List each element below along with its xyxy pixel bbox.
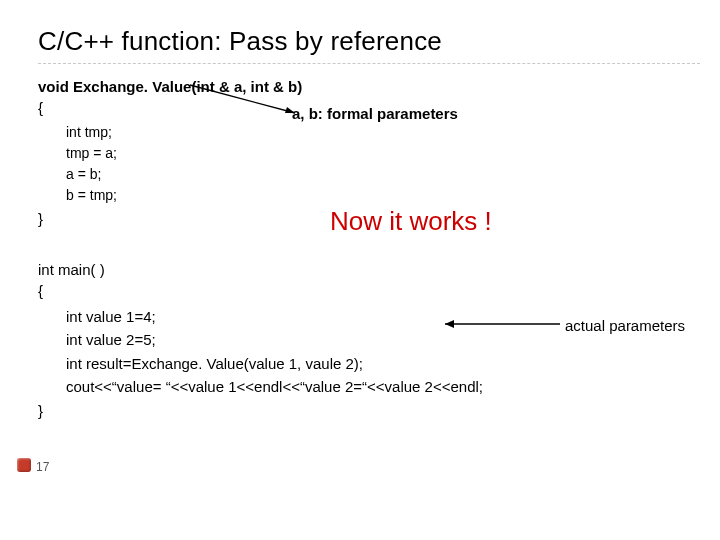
page-number: 17 (36, 460, 49, 474)
code-line: b = tmp; (66, 185, 700, 206)
code-line: cout<<“value= “<<value 1<<endl<<“value 2… (66, 375, 700, 398)
code-line: int tmp; (66, 122, 700, 143)
main-close-brace: } (38, 402, 700, 419)
main-signature: int main( ) (38, 261, 700, 278)
code-line: tmp = a; (66, 143, 700, 164)
code-line: a = b; (66, 164, 700, 185)
actual-parameters-label: actual parameters (565, 317, 685, 334)
main-open-brace: { (38, 282, 700, 299)
slide-title: C/C++ function: Pass by reference (38, 26, 700, 64)
now-it-works-label: Now it works ! (330, 206, 492, 237)
exchange-signature: void Exchange. Value(int & a, int & b) (38, 78, 700, 95)
footer-bullet-icon (17, 458, 31, 472)
exchange-body: int tmp; tmp = a; a = b; b = tmp; (66, 122, 700, 206)
code-line: int result=Exchange. Value(value 1, vaul… (66, 352, 700, 375)
formal-parameters-label: a, b: formal parameters (292, 105, 458, 122)
